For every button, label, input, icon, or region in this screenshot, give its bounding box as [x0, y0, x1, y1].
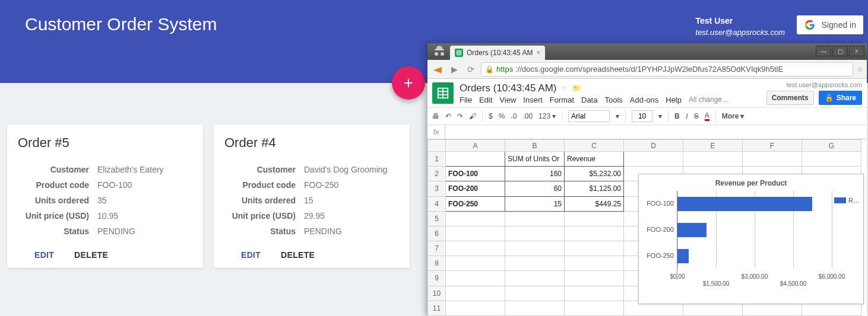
row-header[interactable]: 3	[428, 181, 446, 196]
cell[interactable]	[624, 152, 683, 167]
cell[interactable]	[446, 256, 505, 271]
bold-button[interactable]: B	[674, 112, 680, 120]
window-close-button[interactable]: ×	[849, 46, 864, 56]
cell[interactable]	[505, 211, 565, 226]
url-input[interactable]: 🔒 https://docs.google.com/spreadsheets/d…	[481, 62, 853, 76]
italic-button[interactable]: I	[686, 112, 688, 121]
cell[interactable]	[446, 241, 505, 256]
row-header[interactable]: 9	[428, 271, 446, 286]
menu-view[interactable]: View	[499, 95, 516, 104]
delete-button[interactable]: DELETE	[281, 250, 315, 260]
cell[interactable]	[505, 271, 565, 286]
chevron-down-icon[interactable]: ▾	[658, 112, 662, 120]
cell[interactable]	[565, 286, 624, 301]
menu-insert[interactable]: Insert	[523, 95, 543, 104]
decrease-decimal-button[interactable]: .0	[511, 112, 517, 120]
comments-button[interactable]: Comments	[766, 91, 814, 105]
col-header[interactable]: F	[743, 140, 802, 152]
embedded-chart[interactable]: Revenue per Product R… $0.00$1,500.00$3,…	[638, 174, 864, 304]
print-icon[interactable]: 🖶	[432, 112, 439, 120]
cell[interactable]: 60	[505, 181, 565, 196]
sheets-user-email[interactable]: test.user@appsrocks.com	[787, 81, 862, 88]
cell[interactable]: 160	[505, 167, 565, 181]
cell[interactable]	[446, 226, 505, 241]
menu-tools[interactable]: Tools	[604, 95, 622, 104]
cell[interactable]: $1,125.00	[565, 181, 624, 196]
window-minimize-button[interactable]: —	[816, 46, 831, 56]
cell[interactable]	[446, 301, 505, 315]
doc-title[interactable]: Orders (10:43:45 AM)	[460, 82, 556, 94]
cell[interactable]: FOO-200	[446, 181, 505, 196]
edit-button[interactable]: EDIT	[34, 250, 54, 260]
cell[interactable]	[565, 301, 624, 315]
formula-input[interactable]	[445, 125, 867, 139]
menu-edit[interactable]: Edit	[479, 95, 492, 104]
cell[interactable]	[565, 211, 624, 226]
percent-button[interactable]: %	[499, 112, 505, 120]
bookmark-star-icon[interactable]: ☆	[857, 65, 863, 74]
changes-note[interactable]: All change…	[689, 95, 729, 104]
font-name-select[interactable]	[568, 110, 610, 122]
col-header[interactable]: A	[446, 140, 505, 152]
cell[interactable]	[505, 301, 565, 315]
doc-star-icon[interactable]: ☆	[561, 84, 568, 92]
delete-button[interactable]: DELETE	[74, 250, 108, 260]
col-header[interactable]: G	[802, 140, 861, 152]
row-header[interactable]: 7	[428, 241, 446, 256]
cell[interactable]: $449.25	[565, 196, 624, 211]
row-header[interactable]: 2	[428, 167, 446, 181]
add-order-fab[interactable]: +	[392, 66, 425, 100]
row-header[interactable]: 6	[428, 226, 446, 241]
undo-icon[interactable]: ↶	[445, 112, 451, 120]
nav-back-icon[interactable]: ◀	[429, 63, 446, 76]
menu-help[interactable]: Help	[666, 95, 682, 104]
row-header[interactable]: 8	[428, 256, 446, 271]
col-header[interactable]: E	[683, 140, 743, 152]
increase-decimal-button[interactable]: .00	[522, 112, 533, 120]
edit-button[interactable]: EDIT	[241, 250, 261, 260]
doc-folder-icon[interactable]: 📁	[572, 84, 581, 92]
cell[interactable]: FOO-100	[446, 167, 505, 181]
row-header[interactable]: 10	[428, 286, 446, 301]
cell[interactable]	[565, 271, 624, 286]
menu-data[interactable]: Data	[581, 95, 597, 104]
cell[interactable]: SUM of Units Or	[505, 152, 565, 167]
currency-button[interactable]: $	[489, 112, 493, 120]
cell[interactable]	[446, 152, 505, 167]
share-button[interactable]: 🔒Share	[819, 91, 862, 105]
cell[interactable]: FOO-250	[446, 196, 505, 211]
signin-chip[interactable]: Signed in	[797, 15, 863, 34]
col-header[interactable]: B	[505, 140, 565, 152]
cell[interactable]	[802, 152, 861, 167]
row-header[interactable]: 5	[428, 211, 446, 226]
cell[interactable]	[446, 271, 505, 286]
text-color-button[interactable]: A	[705, 112, 709, 121]
strikethrough-button[interactable]: S	[694, 112, 699, 120]
cell[interactable]	[565, 241, 624, 256]
menu-format[interactable]: Format	[550, 95, 574, 104]
paint-format-icon[interactable]: 🖌	[469, 112, 476, 120]
font-size-select[interactable]	[632, 110, 652, 122]
cell[interactable]	[505, 241, 565, 256]
chevron-down-icon[interactable]: ▾	[616, 112, 619, 120]
menu-file[interactable]: File	[460, 95, 472, 104]
cell[interactable]	[743, 152, 802, 167]
cell[interactable]: $5,232.00	[565, 167, 624, 181]
cell[interactable]	[505, 226, 565, 241]
row-header[interactable]: 4	[428, 196, 446, 211]
row-header[interactable]: 1	[428, 152, 446, 167]
cell[interactable]	[446, 286, 505, 301]
cell[interactable]: 15	[505, 196, 565, 211]
tab-close-icon[interactable]: ×	[536, 49, 540, 57]
redo-icon[interactable]: ↷	[457, 112, 463, 120]
col-header[interactable]: D	[624, 140, 683, 152]
cell[interactable]: Revenue	[565, 152, 624, 167]
sheets-logo-icon[interactable]	[432, 82, 454, 104]
window-maximize-button[interactable]: ▢	[832, 46, 848, 56]
nav-reload-icon[interactable]: ⟳	[464, 63, 477, 76]
cell[interactable]	[683, 152, 743, 167]
cell[interactable]	[505, 256, 565, 271]
more-button[interactable]: More ▾	[722, 112, 745, 120]
col-header[interactable]: C	[565, 140, 624, 152]
browser-tab[interactable]: Orders (10:43:45 AM ×	[450, 46, 545, 60]
